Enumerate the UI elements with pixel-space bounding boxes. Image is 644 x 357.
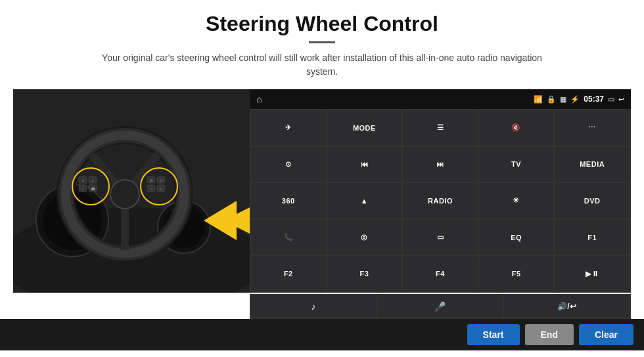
extra-bottom-section: ♪ 🎤 🔊/↩ (13, 294, 631, 319)
extra-icon-row: ♪ 🎤 🔊/↩ (250, 294, 631, 319)
svg-point-13 (110, 180, 139, 209)
extra-left-spacer (13, 294, 250, 319)
grid-btn-4-4[interactable]: EQ (479, 220, 554, 255)
svg-text:-: - (82, 187, 83, 191)
wifi-icon: 📶 (534, 95, 543, 104)
grid-btn-1-1[interactable]: ✈ (251, 110, 326, 146)
end-button[interactable]: End (525, 324, 574, 345)
status-bar: ⌂ 📶 🔒 ▦ ⚡ 05:37 ▭ ↩ (250, 89, 631, 109)
grid-btn-5-1[interactable]: F2 (251, 256, 326, 291)
back-icon[interactable]: ↩ (618, 95, 624, 104)
grid-btn-5-5[interactable]: ▶⏸ (555, 256, 630, 291)
svg-text:○: ○ (150, 187, 152, 191)
page-subtitle: Your original car's steering wheel contr… (92, 51, 552, 79)
page-title: Steering Wheel Control (206, 12, 438, 36)
grid-btn-4-5[interactable]: F1 (555, 220, 630, 255)
page-wrapper: Steering Wheel Control Your original car… (0, 0, 644, 357)
home-icon[interactable]: ⌂ (256, 94, 262, 104)
sd-icon: ▦ (560, 95, 566, 104)
bottom-bar: Start End Clear (0, 319, 644, 350)
svg-text:◇: ◇ (160, 187, 163, 191)
btn-phone-end[interactable]: 🔊/↩ (504, 295, 630, 318)
grid-btn-4-3[interactable]: ▭ (403, 220, 478, 255)
grid-btn-5-3[interactable]: F4 (403, 256, 478, 291)
extra-right: ♪ 🎤 🔊/↩ (250, 294, 631, 319)
grid-btn-2-4[interactable]: TV (479, 147, 554, 182)
svg-text:+: + (81, 178, 84, 182)
grid-btn-2-3[interactable]: ⏭ (403, 147, 478, 182)
screen-icon[interactable]: ▭ (608, 95, 614, 104)
android-panel: ⌂ 📶 🔒 ▦ ⚡ 05:37 ▭ ↩ ✈MODE☰🔇⋯⊙⏮⏭TVMEDIA36… (250, 89, 631, 293)
main-content: km/h + (13, 89, 631, 293)
grid-btn-1-4[interactable]: 🔇 (479, 110, 554, 146)
clear-button[interactable]: Clear (579, 324, 633, 345)
svg-text:♪: ♪ (92, 178, 94, 182)
start-button[interactable]: Start (467, 324, 520, 345)
steering-wheel-svg: km/h + (13, 89, 250, 293)
grid-btn-3-2[interactable]: ▲ (327, 183, 402, 219)
grid-btn-3-3[interactable]: RADIO (403, 183, 478, 219)
svg-text:⊙: ⊙ (150, 178, 153, 182)
lock-icon: 🔒 (547, 95, 556, 104)
grid-btn-2-2[interactable]: ⏮ (327, 147, 402, 182)
btn-mic[interactable]: 🎤 (378, 295, 503, 318)
grid-btn-1-2[interactable]: MODE (327, 110, 402, 146)
grid-btn-4-2[interactable]: ◎ (327, 220, 402, 255)
svg-text:◇: ◇ (160, 178, 163, 182)
steering-wheel-image: km/h + (13, 89, 250, 293)
bt-icon: ⚡ (570, 95, 580, 104)
grid-btn-2-1[interactable]: ⊙ (251, 147, 326, 182)
grid-btn-5-2[interactable]: F3 (327, 256, 402, 291)
btn-music[interactable]: ♪ (251, 295, 377, 318)
grid-btn-1-5[interactable]: ⋯ (555, 110, 630, 146)
button-grid: ✈MODE☰🔇⋯⊙⏮⏭TVMEDIA360▲RADIO☀DVD📞◎▭EQF1F2… (250, 109, 631, 293)
grid-btn-3-5[interactable]: DVD (555, 183, 630, 219)
status-right: 📶 🔒 ▦ ⚡ 05:37 ▭ ↩ (534, 94, 624, 104)
svg-text:☎: ☎ (91, 187, 96, 191)
grid-btn-5-4[interactable]: F5 (479, 256, 554, 291)
grid-btn-4-1[interactable]: 📞 (251, 220, 326, 255)
title-underline (309, 41, 335, 43)
grid-btn-3-4[interactable]: ☀ (479, 183, 554, 219)
grid-btn-3-1[interactable]: 360 (251, 183, 326, 219)
grid-btn-2-5[interactable]: MEDIA (555, 147, 630, 182)
status-left: ⌂ (256, 94, 262, 104)
grid-btn-1-3[interactable]: ☰ (403, 110, 478, 146)
time-display: 05:37 (584, 94, 604, 104)
